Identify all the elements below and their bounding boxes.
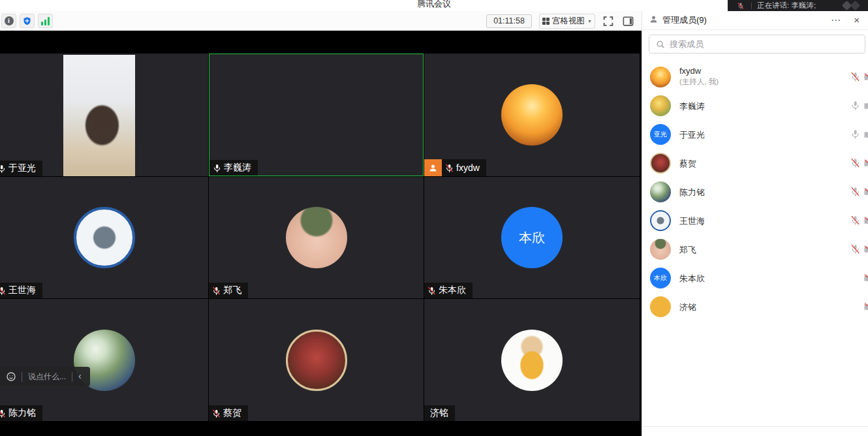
mic-on-icon[interactable]	[850, 129, 861, 142]
divider	[642, 426, 868, 427]
tile-name-label: 朱本欣	[424, 283, 473, 298]
video-grid: 于亚光 李巍涛 fxydw 王世海	[0, 31, 642, 436]
avatar	[650, 296, 671, 317]
mic-muted-icon[interactable]	[850, 215, 861, 228]
avatar	[650, 239, 671, 260]
tile-name-label: 王世海	[0, 283, 42, 298]
avatar: 亚光	[650, 124, 671, 145]
search-icon	[656, 40, 665, 49]
video-feed	[63, 55, 135, 176]
camera-off-icon[interactable]	[863, 302, 868, 315]
chat-input-placeholder[interactable]: 说点什么...	[22, 371, 72, 382]
tile-name-label: 陈力铭	[0, 405, 42, 421]
collapse-chevron-icon[interactable]: ‹	[72, 371, 87, 382]
video-tile-wangshihai[interactable]: 王世海	[0, 177, 208, 298]
camera-off-icon[interactable]	[863, 244, 868, 258]
member-row-caihe[interactable]: 蔡贺	[642, 149, 868, 178]
member-panel: 管理成员(9) ⋯ × fxydw (主持人, 我) 李巍涛 亚光 于亚光	[642, 11, 868, 436]
mic-muted-icon[interactable]	[850, 186, 861, 200]
meeting-toolbar: i 01:11:58 宫格视图 ▼	[0, 11, 642, 31]
video-tile-liweitao-speaking[interactable]: 李巍涛	[209, 54, 424, 176]
avatar	[650, 95, 671, 116]
camera-off-icon[interactable]	[863, 273, 868, 287]
mic-muted-icon	[0, 409, 7, 418]
video-tile-chenliming[interactable]: 陈力铭	[0, 299, 208, 421]
avatar	[650, 153, 671, 174]
member-panel-header: 管理成员(9) ⋯ ×	[642, 11, 868, 30]
members-icon	[649, 14, 659, 27]
network-signal-button[interactable]	[38, 14, 53, 28]
mic-muted-icon	[444, 163, 454, 173]
avatar: 本欣	[650, 268, 671, 288]
view-mode-label: 宫格视图	[552, 16, 585, 27]
avatar	[74, 207, 135, 268]
speaking-label: 正在讲话: 李巍涛;	[757, 1, 816, 10]
speaking-status-bar: 正在讲话: 李巍涛;	[728, 0, 868, 11]
side-panel-icon	[622, 15, 634, 27]
camera-on-icon[interactable]	[863, 129, 868, 143]
mic-muted-icon	[737, 2, 745, 10]
meeting-logo-icon	[841, 1, 863, 10]
mic-on-icon[interactable]	[850, 100, 861, 114]
grid-view-icon	[542, 18, 550, 25]
video-tile-yuyaguang[interactable]: 于亚光	[0, 54, 208, 176]
video-tile-caihe[interactable]: 蔡贺	[209, 299, 424, 421]
fullscreen-icon	[602, 15, 615, 27]
member-row-chenliming[interactable]: 陈力铭	[642, 178, 868, 206]
mic-on-icon	[212, 163, 222, 173]
mic-muted-icon[interactable]	[850, 157, 861, 171]
tile-name-label: 郑飞	[209, 283, 248, 298]
chat-quick-bar[interactable]: 说点什么... ‹	[0, 367, 90, 386]
member-row-fxydw[interactable]: fxydw (主持人, 我)	[642, 63, 868, 91]
side-panel-toggle-button[interactable]	[622, 15, 635, 27]
tile-name-label: 蔡贺	[209, 405, 248, 421]
tile-name-label: 李巍涛	[209, 160, 258, 176]
camera-off-icon[interactable]	[863, 158, 868, 172]
avatar	[286, 330, 347, 391]
meeting-info-button[interactable]: i	[1, 14, 16, 28]
tile-name-label: 济铭	[424, 405, 455, 421]
mic-muted-icon[interactable]	[850, 71, 861, 85]
mic-muted-icon[interactable]	[850, 243, 861, 257]
security-shield-button[interactable]	[20, 14, 35, 28]
fullscreen-button[interactable]	[602, 15, 615, 27]
member-row-yuyaguang[interactable]: 亚光 于亚光	[642, 120, 868, 149]
member-search-input[interactable]	[670, 39, 826, 49]
member-row-wangshihai[interactable]: 王世海	[642, 206, 868, 235]
divider	[751, 3, 752, 9]
mic-muted-icon	[0, 286, 7, 296]
signal-bars-icon	[41, 17, 50, 25]
more-options-icon[interactable]: ⋯	[831, 11, 841, 30]
chevron-down-icon: ▼	[587, 19, 592, 23]
avatar	[501, 330, 563, 391]
mic-muted-icon	[427, 286, 437, 296]
member-search-box[interactable]	[649, 35, 865, 54]
member-row-jiming[interactable]: 济铭	[642, 292, 868, 321]
member-row-liweitao[interactable]: 李巍涛	[642, 91, 868, 120]
video-tile-zhubenxin[interactable]: 本欣 朱本欣	[424, 177, 640, 298]
close-icon[interactable]: ×	[854, 11, 860, 30]
member-row-zhengfei[interactable]: 郑飞	[642, 235, 868, 264]
video-feed	[282, 55, 351, 176]
video-tile-zhengfei[interactable]: 郑飞	[209, 177, 424, 298]
avatar	[650, 67, 671, 87]
host-badge-icon	[424, 159, 442, 176]
mic-on-icon	[0, 164, 7, 174]
camera-on-icon[interactable]	[863, 101, 868, 114]
tile-name-label: fxydw	[424, 159, 486, 176]
view-mode-button[interactable]: 宫格视图 ▼	[539, 14, 595, 29]
mic-muted-icon	[211, 286, 221, 296]
video-tile-jiming[interactable]: 济铭	[424, 299, 640, 421]
camera-off-icon[interactable]	[863, 215, 868, 229]
avatar: 本欣	[501, 207, 563, 268]
video-tile-fxydw[interactable]: fxydw	[424, 54, 640, 176]
info-icon: i	[5, 16, 14, 25]
avatar	[650, 210, 671, 231]
member-row-zhubenxin[interactable]: 本欣 朱本欣	[642, 264, 868, 292]
camera-off-icon[interactable]	[863, 187, 868, 200]
emoji-icon[interactable]	[6, 371, 16, 382]
camera-off-icon[interactable]	[863, 72, 868, 86]
shield-icon	[22, 16, 32, 26]
avatar	[650, 181, 671, 202]
mic-muted-icon	[211, 409, 221, 418]
